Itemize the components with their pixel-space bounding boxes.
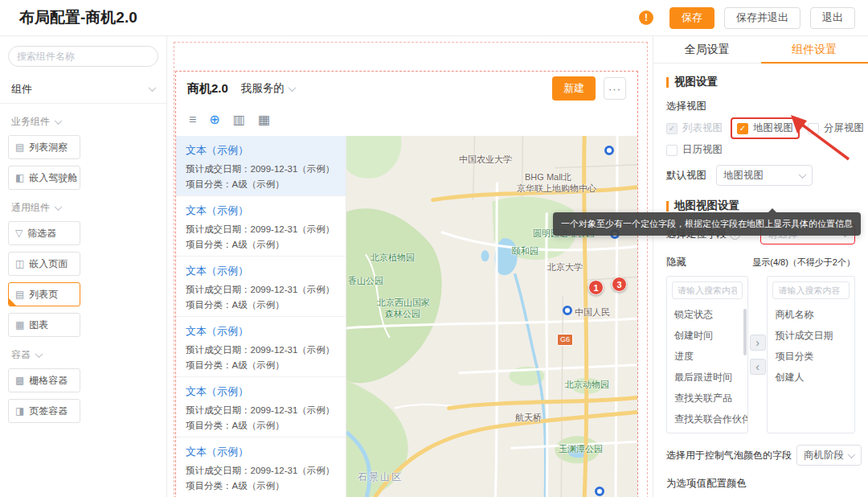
list-page-icon: ▤ xyxy=(15,290,24,299)
move-right-button[interactable]: › xyxy=(750,335,766,351)
annotation-highlight-box: ✓ 地图视图 xyxy=(731,117,800,139)
map-view[interactable]: 中国农业大学 BHG Mall北 京华联上地购物中心 圆明园遗址公园 颐和园 北… xyxy=(346,136,637,497)
record-title[interactable]: 文本（示例） xyxy=(186,445,336,459)
checkbox-label: 地图视图 xyxy=(753,121,793,135)
checkbox-list-view[interactable]: ✓ 列表视图 xyxy=(666,121,723,135)
record-title[interactable]: 文本（示例） xyxy=(186,203,336,218)
record-category: 项目分类：A级（示例） xyxy=(186,479,336,494)
chevron-down-icon xyxy=(55,117,63,125)
component-search-input[interactable] xyxy=(17,51,149,62)
new-record-button[interactable]: 新建 xyxy=(552,76,596,101)
component-sidebar: 组件 业务组件 ▤ 列表洞察 ◧ 嵌入驾驶舱 通用组件 ▽ 筛选器 xyxy=(0,36,167,497)
field-item[interactable]: 创建时间 xyxy=(667,325,747,346)
save-and-exit-button[interactable]: 保存并退出 xyxy=(724,7,800,29)
component-list-page[interactable]: ▤ 列表页 xyxy=(8,282,80,306)
view-checkbox-row: 日历视图 xyxy=(666,143,855,157)
chart-icon: ▦ xyxy=(15,320,24,330)
list-item[interactable]: 文本（示例） 预计成交日期：2099-12-31（示例） 项目分类：A级（示例） xyxy=(176,377,346,437)
field-item[interactable]: 创建人 xyxy=(768,367,854,388)
default-view-select[interactable]: 地图视图 xyxy=(716,165,813,186)
select-value: 地图视图 xyxy=(723,169,764,183)
map-view-icon[interactable]: ⊕ xyxy=(209,113,219,126)
field-item[interactable]: 商机名称 xyxy=(768,304,854,325)
map-label: 北京植物园 xyxy=(371,252,415,264)
chevron-down-icon xyxy=(55,203,63,211)
component-label: 嵌入页面 xyxy=(29,257,68,271)
component-label: 嵌入驾驶舱 xyxy=(29,171,77,185)
component-list-insight[interactable]: ▤ 列表洞察 xyxy=(8,135,80,159)
field-item[interactable]: 查找关联合作伙伴 xyxy=(667,409,747,429)
default-view-label: 默认视图 xyxy=(666,169,706,183)
calendar-view-icon[interactable]: ▦ xyxy=(258,113,270,126)
map-cluster-marker[interactable]: 3 xyxy=(612,277,627,292)
card-header: 商机2.0 我服务的 新建 ··· xyxy=(176,72,637,105)
component-label: 页签容器 xyxy=(29,405,68,418)
save-button[interactable]: 保存 xyxy=(669,7,714,29)
field-item[interactable]: 查找关联产品 xyxy=(667,388,747,409)
shown-fields-search-input[interactable] xyxy=(778,285,844,295)
map-label: 森林公园 xyxy=(385,308,420,320)
layout-config-page: 布局配置-商机2.0 ! 保存 保存并退出 退出 组件 业务组件 ▤ 列表洞察 … xyxy=(0,0,868,497)
list-item[interactable]: 文本（示例） 预计成交日期：2099-12-31（示例） 项目分类：A级（示例） xyxy=(176,437,346,497)
map-cluster-marker[interactable]: 1 xyxy=(588,280,604,295)
group-business-label: 业务组件 xyxy=(11,115,50,129)
scope-selector[interactable]: 我服务的 xyxy=(241,81,295,96)
record-date: 预计成交日期：2099-12-31（示例） xyxy=(186,403,336,418)
field-item[interactable]: 进度 xyxy=(667,346,747,367)
default-view-row: 默认视图 地图视图 xyxy=(666,165,855,186)
record-title[interactable]: 文本（示例） xyxy=(186,384,336,399)
checkbox-icon[interactable]: ✓ xyxy=(737,123,748,134)
hidden-fields-label: 隐藏 xyxy=(666,256,733,269)
alert-icon[interactable]: ! xyxy=(639,10,653,25)
design-canvas: 商机2.0 我服务的 新建 ··· ≡ ⊕ ▥ ▦ 文本（示例） 预计成交日期：… xyxy=(167,36,653,497)
record-category: 项目分类：A级（示例） xyxy=(186,177,336,192)
board-view-icon[interactable]: ▥ xyxy=(233,113,245,126)
component-search[interactable] xyxy=(8,46,158,67)
component-chart[interactable]: ▦ 图表 xyxy=(8,313,80,337)
list-view-icon[interactable]: ≡ xyxy=(189,113,196,126)
tab-global-settings[interactable]: 全局设置 xyxy=(653,36,761,63)
field-item[interactable]: 最后跟进时间 xyxy=(667,367,747,388)
component-filter[interactable]: ▽ 筛选器 xyxy=(8,221,80,245)
component-collapse-row[interactable]: 组件 xyxy=(0,75,166,104)
component-grid-container[interactable]: ▩ 栅格容器 xyxy=(8,368,80,392)
scrollbar-thumb[interactable] xyxy=(743,309,747,355)
component-tab-container[interactable]: ◨ 页签容器 xyxy=(8,399,80,423)
record-title[interactable]: 文本（示例） xyxy=(186,264,336,278)
record-title[interactable]: 文本（示例） xyxy=(186,324,336,339)
checkbox-icon[interactable]: ✓ xyxy=(666,123,678,134)
record-title[interactable]: 文本（示例） xyxy=(186,143,336,158)
list-item[interactable]: 文本（示例） 预计成交日期：2099-12-31（示例） 项目分类：A级（示例） xyxy=(176,257,346,317)
checkbox-calendar-view[interactable]: 日历视图 xyxy=(666,143,723,157)
hidden-fields-search[interactable] xyxy=(672,281,743,299)
list-item[interactable]: 文本（示例） 预计成交日期：2099-12-31（示例） 项目分类：A级（示例） xyxy=(176,196,346,257)
field-item[interactable]: 预计成交日期 xyxy=(768,325,854,346)
metro-station-icon xyxy=(563,306,572,315)
move-left-button[interactable]: ‹ xyxy=(750,359,766,375)
embed-page-icon: ◫ xyxy=(15,259,24,269)
section-title: 地图视图设置 xyxy=(674,199,739,213)
tab-component-settings[interactable]: 组件设置 xyxy=(761,36,868,63)
component-embed-page[interactable]: ◫ 嵌入页面 xyxy=(8,252,80,276)
list-item[interactable]: 文本（示例） 预计成交日期：2099-12-31（示例） 项目分类：A级（示例） xyxy=(176,136,346,196)
field-item[interactable]: 锁定状态 xyxy=(667,304,747,325)
group-container[interactable]: 容器 xyxy=(0,337,166,368)
shown-fields-search[interactable] xyxy=(772,281,850,299)
group-general[interactable]: 通用组件 xyxy=(0,190,166,221)
checkbox-icon[interactable] xyxy=(666,145,678,156)
exit-button[interactable]: 退出 xyxy=(810,7,855,29)
component-collapse-label: 组件 xyxy=(11,82,32,97)
record-category: 项目分类：A级（示例） xyxy=(186,418,336,433)
list-page-component-card[interactable]: 商机2.0 我服务的 新建 ··· ≡ ⊕ ▥ ▦ 文本（示例） 预计成交日期：… xyxy=(175,71,638,497)
checkbox-map-view[interactable]: ✓ 地图视图 xyxy=(737,121,793,135)
hidden-fields-search-input[interactable] xyxy=(678,285,737,295)
more-actions-button[interactable]: ··· xyxy=(604,77,626,100)
list-item[interactable]: 文本（示例） 预计成交日期：2099-12-31（示例） 项目分类：A级（示例） xyxy=(176,317,346,377)
group-business[interactable]: 业务组件 xyxy=(0,104,166,135)
component-embed-cockpit[interactable]: ◧ 嵌入驾驶舱 xyxy=(8,166,80,190)
bubble-color-field-row: 选择用于控制气泡颜色的字段 商机阶段 xyxy=(666,445,855,466)
field-item[interactable]: 项目分类 xyxy=(768,346,854,367)
bubble-color-field-select[interactable]: 商机阶段 xyxy=(796,445,862,466)
checkbox-icon[interactable] xyxy=(808,123,819,134)
checkbox-split-view[interactable]: 分屏视图 xyxy=(808,121,864,135)
